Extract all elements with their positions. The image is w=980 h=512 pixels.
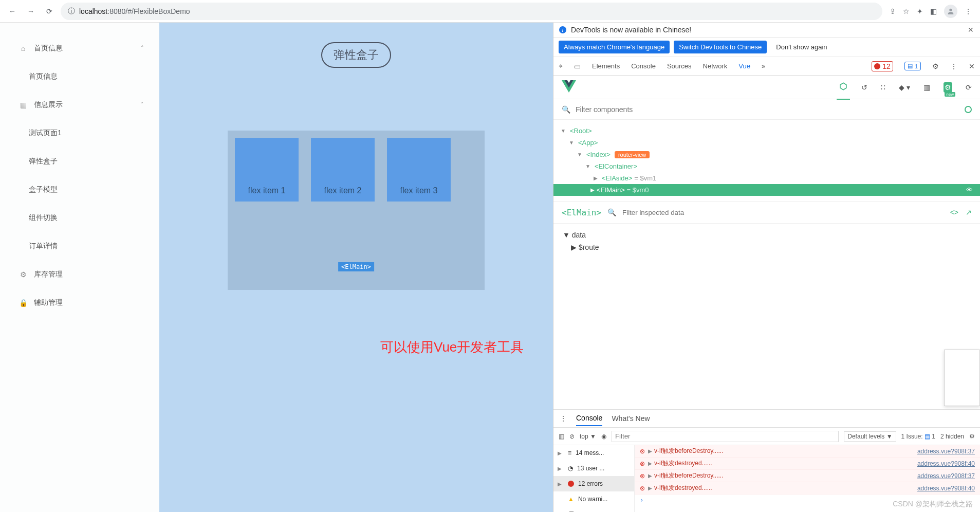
tree-app[interactable]: ▼<App> <box>561 137 973 149</box>
site-info-icon[interactable]: ⓘ <box>68 7 75 16</box>
tab-console-drawer[interactable]: Console <box>576 411 602 426</box>
vue-settings-icon[interactable]: ⚙new <box>944 82 952 93</box>
reload-button[interactable]: ⟳ <box>42 4 57 19</box>
tab-console[interactable]: Console <box>631 62 656 70</box>
clear-console-icon[interactable]: ⊘ <box>569 433 575 440</box>
console-error-row[interactable]: ⊗▶v-if触发destroyed......address.vue?908f:… <box>635 482 980 495</box>
sidebar-item-info[interactable]: ▦信息展示˄ <box>0 90 159 119</box>
browser-menu-icon[interactable]: ⋮ <box>965 7 972 15</box>
flex-item: flex item 2 <box>311 138 375 202</box>
tab-sources[interactable]: Sources <box>667 62 692 70</box>
stats-icon[interactable]: ▥ <box>923 83 930 92</box>
flex-item: flex item 3 <box>387 138 451 202</box>
forward-button[interactable]: → <box>24 4 38 19</box>
sidebar-warnings[interactable]: ▲No warni... <box>553 491 634 507</box>
tab-network[interactable]: Network <box>703 62 728 70</box>
more-tabs-icon[interactable]: » <box>762 62 765 70</box>
info-icon: i <box>559 26 567 34</box>
console-sidebar: ▶≡14 mess... ▶◔13 user ... ▶12 errors ▲N… <box>553 445 635 512</box>
eye-icon[interactable]: 👁 <box>966 186 973 194</box>
live-expression-icon[interactable]: ◉ <box>601 433 606 440</box>
switch-chinese-button[interactable]: Switch DevTools to Chinese <box>674 41 767 53</box>
error-count[interactable]: 12 <box>872 61 893 71</box>
console-settings-icon[interactable]: ⚙ <box>969 433 975 440</box>
close-icon[interactable]: ✕ <box>968 26 974 34</box>
console-error-row[interactable]: ⊗▶v-if触发beforeDestroy......address.vue?9… <box>635 470 980 482</box>
sidebar-item-boxmodel[interactable]: 盒子模型 <box>0 175 159 204</box>
target-icon[interactable] <box>965 106 972 113</box>
tab-whatsnew[interactable]: What's New <box>612 411 650 426</box>
console-error-row[interactable]: ⊗▶v-if触发beforeDestroy......address.vue?9… <box>635 445 980 458</box>
timeline-icon[interactable]: ↺ <box>861 83 867 92</box>
browser-actions: ⇪ ☆ ✦ ◧ ⋮ <box>886 5 975 18</box>
back-button[interactable]: ← <box>5 4 20 19</box>
tree-main-selected[interactable]: ▶<ElMain> = $vm0👁 <box>553 184 980 196</box>
match-language-button[interactable]: Always match Chrome's language <box>559 41 670 53</box>
svg-point-0 <box>949 8 952 11</box>
component-filter: 🔍 <box>553 99 980 120</box>
sidebar-toggle-icon[interactable]: ▥ <box>559 433 564 440</box>
address-bar[interactable]: ⓘ localhost:8080/#/FlexibleBoxDemo <box>61 3 882 20</box>
sidepanel-icon[interactable]: ◧ <box>930 7 937 15</box>
issue-count[interactable]: ▤ 1 <box>904 62 921 70</box>
data-row[interactable]: ▼ data <box>563 229 971 241</box>
sidebar-item-flexbox[interactable]: 弹性盒子 <box>0 147 159 175</box>
mini-preview <box>944 350 980 406</box>
tree-container[interactable]: ▼<ElContainer> <box>561 160 973 172</box>
components-icon[interactable] <box>839 82 848 93</box>
share-icon[interactable]: ⇪ <box>890 7 896 15</box>
close-devtools-icon[interactable]: ✕ <box>969 62 975 70</box>
profile-avatar[interactable] <box>944 5 957 18</box>
sidebar-item-stock[interactable]: ⚙库存管理 <box>0 260 159 288</box>
inspect-icon[interactable]: ⌖ <box>559 62 563 70</box>
settings-icon[interactable]: ⚙ <box>932 62 939 70</box>
tab-vue[interactable]: Vue <box>738 62 750 70</box>
sidebar-item-order[interactable]: 订单详情 <box>0 232 159 260</box>
sidebar-item-home-sub[interactable]: 首页信息 <box>0 62 159 90</box>
filter-input[interactable] <box>576 105 959 114</box>
sidebar-errors[interactable]: ▶12 errors <box>553 476 634 491</box>
sidebar-messages[interactable]: ▶≡14 mess... <box>553 445 634 461</box>
refresh-icon[interactable]: ⟳ <box>966 83 972 92</box>
sidebar-item-switch[interactable]: 组件切换 <box>0 204 159 232</box>
component-tree: ▼<Root> ▼<App> ▼<Index>router-view ▼<ElC… <box>553 120 980 201</box>
bookmark-icon[interactable]: ☆ <box>903 7 910 15</box>
gear-icon: ⚙ <box>19 270 28 279</box>
dont-show-button[interactable]: Don't show again <box>771 41 832 53</box>
tree-index[interactable]: ▼<Index>router-view <box>561 149 973 160</box>
home-icon: ⌂ <box>19 44 28 53</box>
inspector-data: ▼ data ▶ $route <box>553 224 980 259</box>
watermark-text: CSDN @架构师全栈之路 <box>893 500 973 509</box>
console-filter-input[interactable] <box>612 431 839 442</box>
route-row[interactable]: ▶ $route <box>563 241 971 253</box>
devtools-spacer <box>553 259 980 409</box>
tab-elements[interactable]: Elements <box>592 62 620 70</box>
inspector-icon[interactable]: ∷ <box>881 83 885 92</box>
app-select-icon[interactable]: ◆ ▾ <box>899 83 910 92</box>
tree-aside[interactable]: ▶<ElAside> = $vm1 <box>561 172 973 184</box>
open-icon[interactable]: ↗ <box>966 208 972 216</box>
inspect-filter-input[interactable] <box>622 209 944 216</box>
issues-link[interactable]: 1 Issue: ▤ 1 <box>901 433 935 440</box>
sidebar-info[interactable]: ▶i2 info <box>553 507 634 512</box>
sidebar-item-test1[interactable]: 测试页面1 <box>0 119 159 147</box>
annotation-text: 可以使用Vue开发者工具 <box>380 338 524 356</box>
sidebar-item-home[interactable]: ⌂首页信息˄ <box>0 34 159 62</box>
hidden-count: 2 hidden <box>940 433 964 440</box>
app-sidebar: ⌂首页信息˄ 首页信息 ▦信息展示˄ 测试页面1 弹性盒子 盒子模型 组件切换 … <box>0 23 159 512</box>
app-content: 弹性盒子 flex item 1 flex item 2 flex item 3… <box>159 23 553 512</box>
extensions-icon[interactable]: ✦ <box>917 7 923 15</box>
sidebar-user[interactable]: ▶◔13 user ... <box>553 461 634 476</box>
search-icon: 🔍 <box>562 105 570 114</box>
device-icon[interactable]: ▭ <box>574 62 581 70</box>
log-levels-select[interactable]: Default levels ▼ <box>844 431 896 442</box>
sidebar-item-assist[interactable]: 🔒辅助管理 <box>0 288 159 317</box>
drawer-menu-icon[interactable]: ⋮ <box>560 414 567 423</box>
devtools-lang-bar: Always match Chrome's language Switch De… <box>553 38 980 57</box>
context-select[interactable]: top ▼ <box>580 433 596 440</box>
vue-toolbar: ↺ ∷ ◆ ▾ ▥ ⚙new ⟳ <box>553 76 980 99</box>
code-icon[interactable]: <> <box>950 208 958 216</box>
console-error-row[interactable]: ⊗▶v-if触发destroyed......address.vue?908f:… <box>635 458 980 470</box>
tree-root[interactable]: ▼<Root> <box>561 125 973 137</box>
devtools-menu-icon[interactable]: ⋮ <box>950 62 957 70</box>
